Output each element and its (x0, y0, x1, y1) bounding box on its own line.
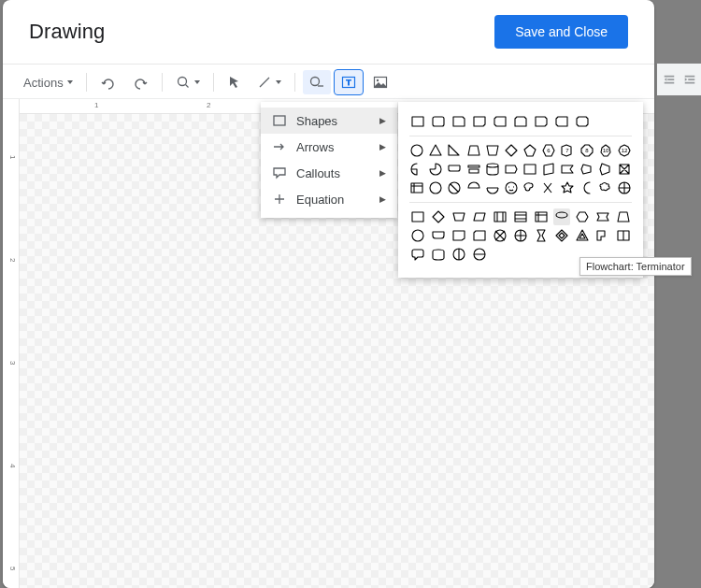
shape-option[interactable] (485, 179, 500, 196)
shape-option[interactable] (428, 161, 443, 178)
ruler-tick: 2 (8, 258, 17, 262)
shape-option[interactable] (553, 113, 570, 130)
shape-option[interactable] (466, 142, 481, 159)
shape-option[interactable] (409, 227, 426, 244)
shape-option[interactable] (430, 246, 447, 263)
shape-option[interactable] (579, 179, 594, 196)
menu-item-equation[interactable]: Equation▶ (261, 186, 397, 212)
ruler-tick: 4 (8, 464, 17, 467)
shape-option[interactable] (428, 179, 443, 196)
shape-option[interactable] (512, 208, 529, 225)
shape-option[interactable] (574, 227, 591, 244)
shape-option[interactable] (533, 113, 550, 130)
svg-text:6: 6 (548, 148, 551, 153)
shape-option[interactable] (485, 142, 500, 159)
shape-option[interactable] (574, 113, 591, 130)
shape-option[interactable] (512, 227, 529, 244)
shape-option[interactable] (504, 179, 519, 196)
zoom-button[interactable] (170, 71, 206, 93)
textbox-tool[interactable] (335, 70, 363, 94)
shape-option[interactable] (409, 179, 424, 196)
shape-option[interactable]: 7 (560, 142, 575, 159)
shape-option[interactable] (451, 227, 467, 244)
actions-menu-button[interactable]: Actions (18, 71, 79, 93)
shape-option[interactable] (409, 208, 426, 225)
shape-option[interactable] (471, 208, 488, 225)
background-toolbar (657, 64, 701, 95)
select-tool[interactable] (222, 71, 248, 93)
shape-option[interactable] (579, 161, 594, 178)
shape-option[interactable] (451, 246, 467, 263)
undo-button[interactable] (94, 70, 122, 94)
caret-down-icon (276, 80, 281, 84)
shape-option[interactable] (471, 113, 488, 130)
image-tool[interactable] (366, 70, 394, 94)
indent-icon (683, 73, 696, 86)
shape-option[interactable] (409, 142, 424, 159)
shape-option[interactable] (409, 113, 426, 130)
shape-tool[interactable] (303, 70, 331, 94)
shape-option[interactable] (533, 227, 550, 244)
shape-option[interactable] (522, 161, 537, 178)
shape-option[interactable] (598, 179, 613, 196)
shape-option[interactable] (430, 113, 447, 130)
shape-option[interactable] (533, 208, 550, 225)
save-and-close-button[interactable]: Save and Close (494, 15, 628, 49)
shape-option[interactable]: 6 (541, 142, 556, 159)
shape-option[interactable] (504, 142, 519, 159)
svg-text:10: 10 (602, 148, 608, 153)
menu-item-shapes[interactable]: Shapes▶ (261, 108, 397, 134)
menu-item-arrows[interactable]: Arrows▶ (261, 134, 397, 160)
shape-option[interactable] (504, 161, 519, 178)
shape-option[interactable] (409, 246, 426, 263)
flowchart-terminator[interactable] (553, 208, 570, 225)
menu-item-label: Arrows (296, 140, 334, 154)
shape-option[interactable] (492, 227, 508, 244)
shape-option[interactable]: 12 (617, 142, 632, 159)
shape-option[interactable] (428, 142, 443, 159)
svg-point-0 (178, 78, 186, 86)
svg-text:8: 8 (585, 148, 589, 153)
shape-option[interactable] (617, 179, 632, 196)
shape-option[interactable] (447, 161, 462, 178)
svg-text:12: 12 (622, 148, 628, 153)
shape-option[interactable] (553, 227, 570, 244)
shape-option[interactable] (430, 227, 447, 244)
redo-button[interactable] (126, 70, 154, 94)
outdent-icon (663, 73, 676, 86)
menu-item-callouts[interactable]: Callouts▶ (261, 160, 397, 186)
shape-option[interactable] (522, 179, 537, 196)
shape-option[interactable] (466, 179, 481, 196)
shape-option[interactable] (447, 142, 462, 159)
shape-option[interactable] (466, 161, 481, 178)
shape-option[interactable] (560, 161, 575, 178)
shape-option[interactable] (615, 208, 632, 225)
ruler-tick: 1 (94, 101, 98, 109)
shape-option[interactable]: 8 (579, 142, 594, 159)
shape-option[interactable] (471, 227, 488, 244)
shape-option[interactable] (492, 208, 508, 225)
shape-option[interactable] (447, 179, 462, 196)
shape-option[interactable] (522, 142, 537, 159)
shape-option[interactable] (451, 113, 467, 130)
shape-option[interactable] (560, 179, 575, 196)
shape-option[interactable] (492, 113, 508, 130)
shape-option[interactable] (594, 208, 611, 225)
shape-option[interactable] (409, 161, 424, 178)
shape-option[interactable] (485, 161, 500, 178)
shape-option[interactable] (574, 208, 591, 225)
line-tool[interactable] (251, 71, 287, 93)
shape-option[interactable] (451, 208, 467, 225)
shape-option[interactable] (594, 227, 611, 244)
shape-option[interactable] (430, 208, 447, 225)
shape-option[interactable] (617, 161, 632, 178)
shape-option[interactable] (598, 161, 613, 178)
menu-item-label: Equation (296, 193, 344, 207)
shape-option[interactable] (471, 246, 488, 263)
shape-option[interactable] (512, 113, 529, 130)
shape-option[interactable] (541, 161, 556, 178)
ruler-tick: 5 (8, 566, 17, 570)
shape-option[interactable] (541, 179, 556, 196)
shape-option[interactable] (615, 227, 632, 244)
shape-option[interactable]: 10 (598, 142, 613, 159)
